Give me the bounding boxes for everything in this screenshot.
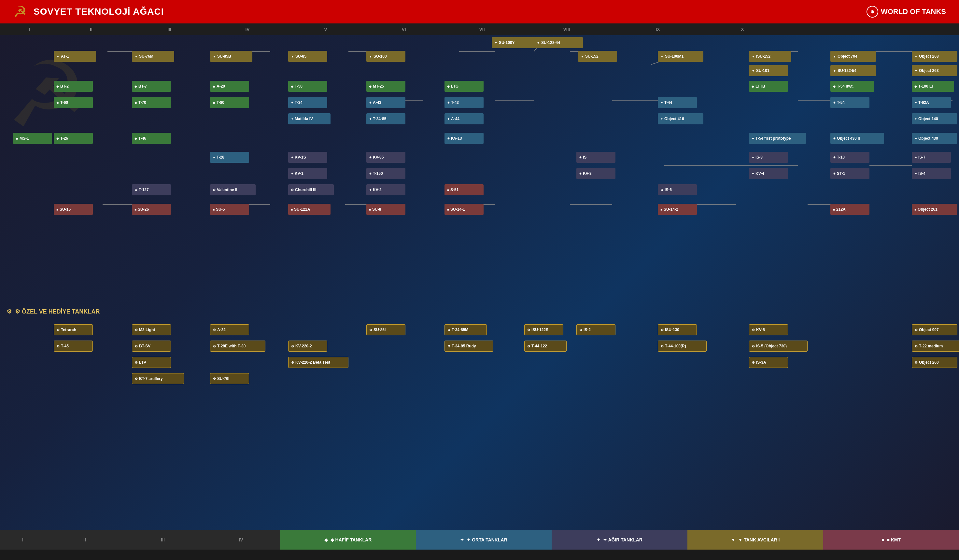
tank-t60[interactable]: ◆ T-60 [54,97,93,108]
tank-t22med[interactable]: ⚙ T-22 medium [912,340,959,352]
tank-is3[interactable]: ✦ IS-3 [749,152,788,163]
tank-su122a[interactable]: ■ SU-122A [288,204,331,215]
tank-t150[interactable]: ✦ T-150 [366,168,405,179]
tank-churchilliii[interactable]: ⚙ Churchill III [288,184,334,195]
tank-t100lt[interactable]: ◆ T-100 LT [912,81,954,92]
tank-kv1s[interactable]: ✦ KV-1S [288,152,327,163]
tank-ltp[interactable]: ⚙ LTP [132,357,171,368]
tank-t54[interactable]: ✦ T-54 [830,97,870,108]
tank-obj907[interactable]: ⚙ Object 907 [912,324,957,335]
tank-obj704[interactable]: ▼ Object 704 [830,51,876,62]
tank-a20[interactable]: ◆ A-20 [210,81,249,92]
tank-su152[interactable]: ▼ SU-152 [578,51,617,62]
tank-t10[interactable]: ✦ T-10 [830,152,870,163]
tank-s51[interactable]: ■ S-51 [444,184,484,195]
tank-valii[interactable]: ⚙ Valentine II [210,184,256,195]
tank-212a[interactable]: ■ 212A [830,204,870,215]
tank-t127[interactable]: ⚙ T-127 [132,184,171,195]
tank-is5[interactable]: ⚙ IS-5 (Object 730) [749,340,808,352]
tank-a43[interactable]: ✦ A-43 [366,97,405,108]
tank-su12254[interactable]: ▼ SU-122-54 [830,65,876,76]
tank-su8[interactable]: ■ SU-8 [366,204,405,215]
tank-obj416[interactable]: ✦ Object 416 [658,113,703,124]
tank-t46[interactable]: ◆ T-46 [132,133,171,144]
tank-t28[interactable]: ✦ T-28 [210,152,249,163]
tank-is4[interactable]: ✦ IS-4 [912,168,951,179]
tank-is2sp[interactable]: ⚙ IS-2 [577,324,615,335]
tank-a32[interactable]: ⚙ A-32 [210,324,249,335]
tank-su76i[interactable]: ⚙ SU-76I [210,373,249,384]
tank-obj263[interactable]: ▼ Object 263 [912,65,957,76]
tank-obj430ii[interactable]: ✦ Object 430 II [830,133,884,144]
tank-su85i[interactable]: ⚙ SU-85I [366,324,405,335]
tank-is6[interactable]: ⚙ IS-6 [658,184,697,195]
tank-kv220bt[interactable]: ⚙ KV-220-2 Beta Test [288,357,349,368]
tank-su101[interactable]: ▼ SU-101 [749,65,788,76]
tank-kv4[interactable]: ✦ KV-4 [749,168,788,179]
tank-is[interactable]: ✦ IS [577,152,615,163]
tank-t45[interactable]: ⚙ T-45 [54,340,93,352]
tank-t70[interactable]: ◆ T-70 [132,97,171,108]
tank-matilaiv[interactable]: ✦ Matilda IV [288,113,331,124]
tank-su100[interactable]: ▼ SU-100 [366,51,405,62]
special-icon-t45: ⚙ [57,344,60,348]
tank-kv5[interactable]: ⚙ KV-5 [749,324,788,335]
tank-tetrarch[interactable]: ⚙ Tetrarch [54,324,93,335]
tank-kv220[interactable]: ⚙ KV-220-2 [288,340,327,352]
tank-t3485m[interactable]: ⚙ T-34-85M [444,324,487,335]
tank-su12244[interactable]: ▼ SU-122-44 [534,37,583,48]
tank-kv85[interactable]: ✦ KV-85 [366,152,405,163]
tank-m3light[interactable]: ⚙ M3 Light [132,324,171,335]
tank-isu130[interactable]: ⚙ ISU-130 [658,324,697,335]
tank-obj260[interactable]: ⚙ Object 260 [912,357,957,368]
tank-su142[interactable]: ■ SU-14-2 [658,204,697,215]
tank-su141[interactable]: ■ SU-14-1 [444,204,484,215]
tank-t43[interactable]: ✦ T-43 [444,97,484,108]
tank-isu152[interactable]: ▼ ISU-152 [749,51,791,62]
tank-lttb[interactable]: ◆ LTTB [749,81,788,92]
med-icon-t54fp: ✦ [752,137,754,140]
tank-t54ltwt[interactable]: ◆ T-54 ltwt. [830,81,875,92]
tank-t26[interactable]: ◆ T-26 [54,133,93,144]
tank-su76m[interactable]: ▼ SU-76M [132,51,174,62]
tank-ltg[interactable]: ◆ LTG [444,81,484,92]
tank-t80[interactable]: ◆ T-80 [210,97,249,108]
tank-obj140[interactable]: ✦ Object 140 [912,113,957,124]
tank-t44[interactable]: ✦ T-44 [658,97,697,108]
tank-su85b[interactable]: ▼ SU-85B [210,51,252,62]
tank-su85[interactable]: ▼ SU-85 [288,51,327,62]
tank-t34[interactable]: ✦ T-34 [288,97,327,108]
tank-t62a[interactable]: ✦ T-62A [912,97,951,108]
tank-obj268[interactable]: ▼ Object 268 [912,51,957,62]
tank-t50[interactable]: ◆ T-50 [288,81,327,92]
tank-kv1[interactable]: ✦ KV-1 [288,168,327,179]
tank-bt2[interactable]: ◆ BT-2 [54,81,93,92]
tank-isu122s[interactable]: ⚙ ISU-122S [524,324,563,335]
tank-kv3[interactable]: ✦ KV-3 [577,168,615,179]
tank-t54fp[interactable]: ✦ T-54 first prototype [749,133,806,144]
tank-obj430[interactable]: ✦ Object 430 [912,133,957,144]
tank-bt7[interactable]: ◆ BT-7 [132,81,171,92]
tank-t44100r[interactable]: ⚙ T-44-100(R) [658,340,707,352]
tank-su100m1[interactable]: ▼ SU-100M1 [658,51,703,62]
tank-bt7art[interactable]: ⚙ BT-7 artillery [132,373,184,384]
tank-ms1[interactable]: ◆ MS-1 [13,133,52,144]
tank-kv13[interactable]: ✦ KV-13 [444,133,484,144]
tank-at1[interactable]: ▼ AT-1 [54,51,96,62]
tank-is3a[interactable]: ⚙ IS-3A [749,357,788,368]
tank-su100y[interactable]: ▼ SU-100Y [492,37,537,48]
tank-t44122[interactable]: ⚙ T-44-122 [524,340,567,352]
tank-mt25[interactable]: ◆ MT-25 [366,81,405,92]
tank-su26[interactable]: ■ SU-26 [132,204,171,215]
tank-su16[interactable]: ■ SU-16 [54,204,93,215]
tank-obj261[interactable]: ■ Object 261 [912,204,957,215]
tank-su5[interactable]: ■ SU-5 [210,204,249,215]
tank-is7[interactable]: ✦ IS-7 [912,152,951,163]
tank-kv2[interactable]: ✦ KV-2 [366,184,405,195]
tank-a44[interactable]: ✦ A-44 [444,113,484,124]
tank-t3485[interactable]: ✦ T-34-85 [366,113,405,124]
tank-st1[interactable]: ✦ ST-1 [830,168,870,179]
tank-btsv[interactable]: ⚙ BT-SV [132,340,171,352]
tank-t28f30[interactable]: ⚙ T-28E with F-30 [210,340,265,352]
tank-t3485r[interactable]: ⚙ T-34-85 Rudy [444,340,493,352]
